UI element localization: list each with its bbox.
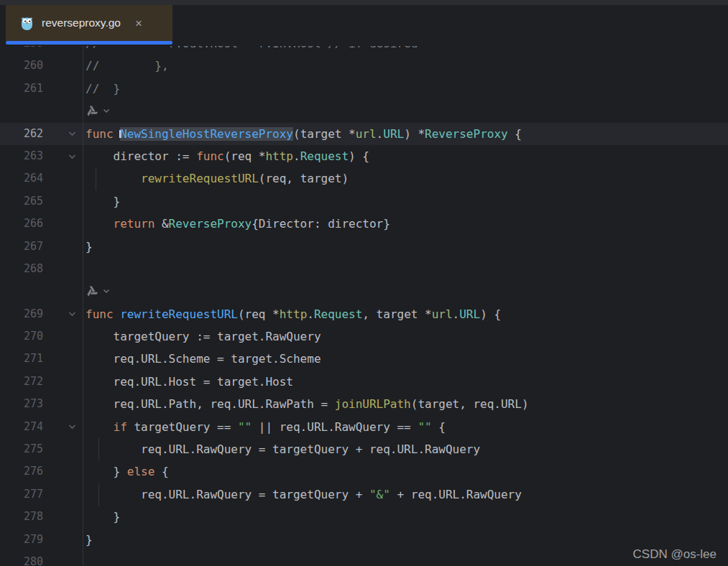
code-text[interactable]: } — [83, 506, 728, 528]
code-line[interactable]: 268 — [0, 258, 728, 280]
code-line[interactable]: 265 } — [0, 190, 728, 213]
code-text[interactable]: // } — [83, 78, 728, 100]
code-text[interactable]: req.URL.Scheme = target.Scheme — [83, 348, 728, 370]
code-line[interactable]: 264 rewriteRequestURL(req, target) — [0, 167, 728, 190]
line-number — [0, 280, 43, 302]
code-text[interactable]: req.URL.RawQuery = targetQuery + "&" + r… — [83, 483, 728, 506]
code-token: , target * — [362, 307, 431, 321]
code-token: ) * — [404, 127, 425, 141]
line-number: 269 — [0, 303, 43, 325]
tab-reverseproxy-go[interactable]: reverseproxy.go × — [6, 5, 172, 41]
code-token — [86, 217, 114, 231]
code-token: if — [114, 420, 127, 434]
fold-chevron-icon — [68, 311, 76, 317]
line-number: 260 — [0, 55, 43, 77]
code-line[interactable]: 260// }, — [0, 55, 728, 77]
code-line[interactable]: 272 req.URL.Host = target.Host — [0, 371, 728, 393]
code-line[interactable]: 273 req.URL.Path, req.URL.RawPath = join… — [0, 393, 728, 415]
code-line[interactable]: 263 director := func(req *http.Request) … — [0, 145, 728, 167]
fold-chevron-icon — [68, 131, 76, 136]
code-line[interactable]: 280 — [0, 551, 728, 566]
code-text[interactable]: // }, — [83, 55, 728, 77]
line-number: 275 — [0, 438, 43, 460]
code-token: . — [453, 307, 460, 321]
code-line[interactable]: 276 } else { — [0, 460, 728, 483]
code-line[interactable]: 261// } — [0, 78, 728, 100]
gutter: 275 — [0, 438, 83, 460]
code-token: director := — [86, 149, 196, 163]
code-text[interactable]: } — [83, 236, 728, 258]
code-line[interactable]: 270 targetQuery := target.RawQuery — [0, 325, 728, 348]
gutter: 270 — [0, 325, 83, 348]
code-line[interactable]: 279} — [0, 529, 728, 551]
code-text[interactable]: } — [83, 190, 728, 213]
code-line[interactable]: 259// r.Out.Host = r.In.Host // if desir… — [0, 46, 728, 55]
inlay-hint-row[interactable] — [0, 280, 728, 302]
code-text[interactable]: req.URL.Path, req.URL.RawPath = joinURLP… — [83, 393, 728, 415]
code-line[interactable]: 262 func NewSingleHostReverseProxy(targe… — [0, 123, 728, 145]
code-line[interactable]: 266 return &ReverseProxy{Director: direc… — [0, 213, 728, 235]
fold-toggle[interactable] — [68, 123, 76, 145]
code-line[interactable]: 277 req.URL.RawQuery = targetQuery + "&"… — [0, 483, 728, 506]
code-text[interactable]: func rewriteRequestURL(req *http.Request… — [83, 303, 728, 325]
gutter: 263 — [0, 145, 83, 167]
code-token: http — [280, 307, 308, 321]
code-text[interactable]: director := func(req *http.Request) { — [83, 145, 728, 167]
line-number: 265 — [0, 190, 43, 213]
indent-guide — [98, 438, 99, 460]
watermark: CSDN @os-lee — [633, 547, 717, 562]
code-token: || req.URL.RawQuery == — [252, 420, 418, 434]
line-number: 271 — [0, 348, 43, 370]
code-token: & — [155, 217, 168, 231]
code-token: { — [155, 465, 168, 478]
code-text[interactable] — [83, 551, 728, 566]
inlay-hint-row[interactable] — [0, 100, 728, 122]
code-text[interactable]: return &ReverseProxy{Director: director} — [83, 213, 728, 235]
code-line[interactable]: 271 req.URL.Scheme = target.Scheme — [0, 348, 728, 370]
line-number: 280 — [0, 551, 43, 566]
code-token: (req, target) — [259, 172, 349, 185]
line-number: 272 — [0, 371, 43, 393]
line-number: 268 — [0, 258, 43, 280]
fold-toggle[interactable] — [68, 416, 76, 438]
code-vision-inlay[interactable] — [83, 280, 728, 302]
code-token: URL — [459, 307, 480, 321]
code-line[interactable]: 267} — [0, 236, 728, 258]
code-line[interactable]: 275 req.URL.RawQuery = targetQuery + req… — [0, 438, 728, 460]
tab-close-icon[interactable]: × — [135, 17, 142, 29]
line-number: 266 — [0, 213, 43, 235]
code-text[interactable]: } — [83, 529, 728, 551]
gutter: 265 — [0, 190, 83, 213]
code-editor[interactable]: 259// r.Out.Host = r.In.Host // if desir… — [0, 46, 728, 566]
code-text[interactable]: // r.Out.Host = r.In.Host // if desired — [83, 46, 728, 55]
fold-toggle[interactable] — [68, 145, 76, 167]
line-number: 259 — [0, 46, 43, 55]
code-token: // }, — [86, 59, 169, 73]
code-token: req.URL.Scheme = target.Scheme — [86, 352, 321, 366]
code-text[interactable]: req.URL.Host = target.Host — [83, 371, 728, 393]
code-token: // r.Out.Host = r.In.Host // if desired — [86, 46, 418, 50]
code-text[interactable]: targetQuery := target.RawQuery — [83, 325, 728, 348]
code-text[interactable]: req.URL.RawQuery = targetQuery + req.URL… — [83, 438, 728, 460]
code-text[interactable]: } else { — [83, 460, 728, 483]
code-token: return — [114, 217, 155, 231]
code-text[interactable]: rewriteRequestURL(req, target) — [83, 167, 728, 190]
code-token: (target * — [293, 127, 356, 141]
code-text[interactable]: if targetQuery == "" || req.URL.RawQuery… — [83, 416, 728, 438]
fold-chevron-icon — [68, 424, 76, 430]
code-line[interactable]: 269 func rewriteRequestURL(req *http.Req… — [0, 303, 728, 325]
fold-toggle[interactable] — [68, 303, 76, 325]
code-text[interactable]: func NewSingleHostReverseProxy(target *u… — [83, 123, 728, 145]
highlighted-identifier: NewSingleHostReverseProxy — [120, 127, 293, 141]
indent-guide — [98, 483, 99, 506]
code-line[interactable]: 278 } — [0, 506, 728, 528]
gutter: 261 — [0, 78, 83, 100]
code-token: { — [432, 420, 446, 434]
code-token: http — [265, 149, 293, 163]
code-line[interactable]: 274 if targetQuery == "" || req.URL.RawQ… — [0, 416, 728, 438]
code-text[interactable] — [83, 258, 728, 280]
code-token: "&" — [369, 488, 390, 501]
code-vision-inlay[interactable] — [83, 100, 728, 122]
code-token: rewriteRequestURL — [141, 172, 259, 185]
code-token: "" — [418, 420, 431, 434]
